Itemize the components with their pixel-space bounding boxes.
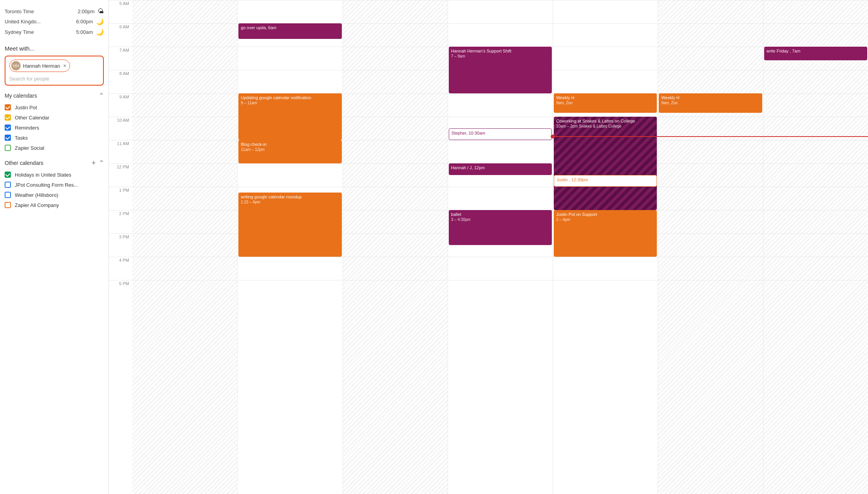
time-label-9-am: 9 AM — [109, 93, 132, 117]
hour-line-0-6 — [132, 140, 237, 163]
hour-line-2-5 — [343, 117, 448, 140]
day-col-0 — [132, 0, 237, 494]
search-placeholder[interactable]: Search for people — [9, 74, 99, 82]
holidays-label: Holidays in United States — [15, 172, 71, 178]
calendar-tasks[interactable]: Tasks — [5, 133, 104, 143]
calendar-justin-pot[interactable]: Justin Pot — [5, 102, 104, 112]
hour-line-0-2 — [132, 47, 237, 70]
hour-line-2-10 — [343, 233, 448, 257]
hour-line-5-2 — [658, 47, 763, 70]
hour-line-2-7 — [343, 163, 448, 187]
event-justin-support[interactable]: Justin Pot on Support2 – 4pm — [554, 210, 657, 257]
event-subtitle-weekly-h-1: 9am, Zoo — [556, 100, 654, 105]
hour-line-2-4 — [343, 93, 448, 117]
person-chip-hannah[interactable]: HH Hannah Herman × — [9, 60, 70, 72]
event-title-stepher: Stepher, 10:30am — [452, 130, 549, 136]
event-subtitle-blog-checkin: 11am – 12pm — [241, 147, 339, 152]
hour-line-6-4 — [763, 93, 868, 117]
event-blog-checkin[interactable]: Blog check-in11am – 12pm — [238, 140, 341, 163]
time-label-7-am: 7 AM — [109, 47, 132, 70]
hour-line-0-9 — [132, 210, 237, 233]
hour-line-5-0 — [658, 0, 763, 23]
hour-line-5-10 — [658, 233, 763, 257]
event-go-over-updates[interactable]: go over upda, 6am — [238, 23, 341, 39]
calendar-reminders[interactable]: Reminders — [5, 123, 104, 133]
sydney-name: Sydney Time — [5, 29, 76, 35]
event-coworking[interactable]: Coworking at Snakes & Lattes on College1… — [554, 117, 657, 210]
weather-label: Weather (Hillsboro) — [15, 192, 58, 198]
event-subtitle-writing-roundup: 1:15 – 4pm — [241, 200, 339, 205]
hour-line-3-0 — [448, 0, 553, 23]
hour-line-6-12 — [763, 280, 868, 303]
event-stepher[interactable]: Stepher, 10:30am — [449, 128, 552, 140]
event-title-coworking: Coworking at Snakes & Lattes on College — [556, 118, 654, 124]
hour-line-4-0 — [553, 0, 658, 23]
uk-name: United Kingdo... — [5, 19, 76, 25]
time-label-11-am: 11 AM — [109, 140, 132, 163]
weather-checkbox[interactable] — [5, 192, 11, 198]
tasks-checkbox[interactable] — [5, 135, 11, 141]
other-calendars-toggle[interactable]: ⌃ — [99, 159, 104, 166]
time-column: 5 AM6 AM7 AM8 AM9 AM10 AM11 AM12 PM1 PM2… — [109, 0, 132, 494]
hour-line-5-3 — [658, 70, 763, 93]
event-subtitle-justin-support: 2 – 4pm — [556, 217, 654, 222]
reminders-label: Reminders — [15, 125, 39, 131]
hour-line-6-10 — [763, 233, 868, 257]
hour-line-2-11 — [343, 257, 448, 280]
event-hannah-j[interactable]: Hannah / J, 12pm — [449, 163, 552, 175]
other-calendar-checkbox[interactable] — [5, 114, 11, 121]
time-label-5-pm: 5 PM — [109, 280, 132, 303]
hour-line-0-3 — [132, 70, 237, 93]
my-calendars-toggle[interactable]: ⌃ — [99, 92, 104, 99]
day-col-5: Weekly H9am, Zoo — [658, 0, 763, 494]
event-weekly-h-1[interactable]: Weekly H9am, Zoo — [554, 93, 657, 113]
hour-line-6-11 — [763, 257, 868, 280]
zapier-social-label: Zapier Social — [15, 145, 44, 151]
reminders-checkbox[interactable] — [5, 124, 11, 131]
hour-line-3-11 — [448, 257, 553, 280]
hour-line-0-10 — [132, 233, 237, 257]
calendar-other[interactable]: Other Calendar — [5, 112, 104, 123]
zapier-social-checkbox[interactable] — [5, 145, 11, 151]
event-writing-roundup[interactable]: writing google calendar roundup1:15 – 4p… — [238, 193, 341, 257]
add-calendar-button[interactable]: + — [91, 159, 96, 166]
hour-line-3-6 — [448, 140, 553, 163]
event-write-friday[interactable]: write Friday , 7am — [764, 47, 867, 60]
calendar-holidays[interactable]: Holidays in United States — [5, 170, 104, 180]
hannah-avatar: HH — [11, 61, 21, 70]
hour-line-0-4 — [132, 93, 237, 117]
hour-line-6-9 — [763, 210, 868, 233]
time-label-2-pm: 2 PM — [109, 210, 132, 233]
remove-hannah-button[interactable]: × — [63, 63, 66, 69]
event-updating-google[interactable]: Updating google calendar notification9 –… — [238, 93, 341, 140]
event-title-justin-1230: Justin , 12:30pm — [556, 177, 654, 182]
holidays-checkbox[interactable] — [5, 172, 11, 178]
jpot-label: JPot Consulting Form Res... — [15, 182, 78, 188]
tasks-label: Tasks — [15, 135, 28, 141]
event-weekly-h-2[interactable]: Weekly H9am, Zoo — [659, 93, 762, 113]
calendar-weather[interactable]: Weather (Hillsboro) — [5, 190, 104, 200]
calendar-jpot-consulting[interactable]: JPot Consulting Form Res... — [5, 180, 104, 190]
event-title-writing-roundup: writing google calendar roundup — [241, 194, 339, 200]
time-label-6-am: 6 AM — [109, 23, 132, 47]
zapier-all-label: Zapier All Company — [15, 202, 59, 208]
event-hannah-support[interactable]: Hannah Herman's Support Shift7 – 9am — [449, 47, 552, 93]
people-search-box[interactable]: HH Hannah Herman × Search for people — [5, 56, 104, 86]
main-calendar: 5 AM6 AM7 AM8 AM9 AM10 AM11 AM12 PM1 PM2… — [109, 0, 868, 494]
zapier-all-checkbox[interactable] — [5, 202, 11, 208]
calendar-zapier-all-company[interactable]: Zapier All Company — [5, 200, 104, 210]
timezone-section: Toronto Time 2:00pm 🌤 United Kingdo... 6… — [5, 6, 104, 37]
hour-line-1-11 — [238, 257, 342, 280]
event-justin-1230[interactable]: Justin , 12:30pm — [554, 175, 657, 187]
timezone-toronto: Toronto Time 2:00pm 🌤 — [5, 6, 104, 16]
hour-line-4-2 — [553, 47, 658, 70]
event-ballet[interactable]: ballet3 – 4:30pm — [449, 210, 552, 245]
calendar-zapier-social[interactable]: Zapier Social — [5, 143, 104, 153]
hour-line-6-0 — [763, 0, 868, 23]
jpot-checkbox[interactable] — [5, 182, 11, 188]
justin-pot-checkbox[interactable] — [5, 104, 11, 110]
hour-line-0-7 — [132, 163, 237, 187]
event-title-go-over-updates: go over upda, 6am — [241, 25, 339, 30]
time-label-8-am: 8 AM — [109, 70, 132, 93]
other-calendars-section: Other calendars + ⌃ Holidays in United S… — [5, 159, 104, 210]
